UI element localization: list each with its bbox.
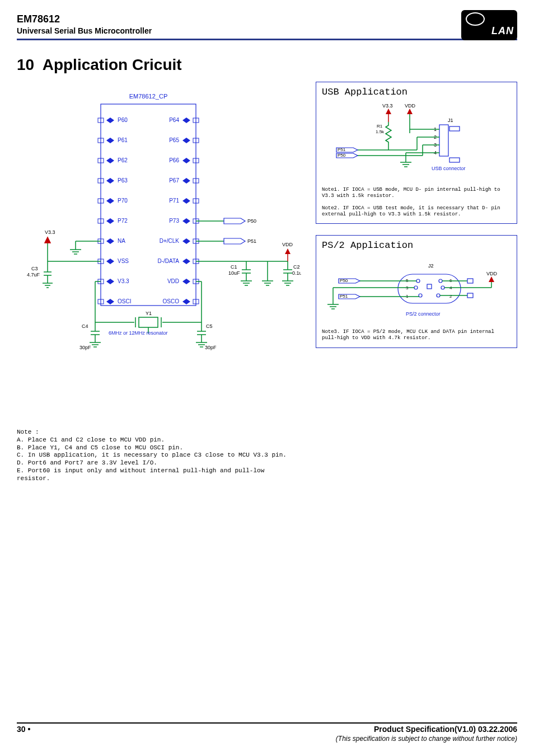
header-rule [17,39,517,40]
note-d: D. Port6 and Port7 are 3.3V level I/O. [17,459,301,467]
mcu-left-pin-label: P61 [118,137,128,143]
svg-text:0.1uF: 0.1uF [292,270,301,276]
gnd-icon [70,241,81,254]
svg-marker-10 [106,158,114,163]
svg-marker-83 [224,218,245,224]
mcu-left-pin-label: V3.3 [118,278,129,284]
svg-marker-38 [106,299,114,304]
doc-subtitle: Universal Serial Bus Microcontroller [17,26,517,35]
svg-marker-40 [182,299,190,304]
section-heading: 10 Application Cricuit [17,56,517,74]
note-e: E. Port60 is input only and without inte… [17,467,301,483]
bullet-icon [26,725,33,734]
mcu-left-pin-label: P62 [118,157,128,163]
svg-text:USB connector: USB connector [432,166,466,171]
usb-note2: Note2. IF IOCA = USB test mode, it is ne… [322,205,511,218]
c1-cap: C1 10uF [228,261,252,285]
svg-text:30pF: 30pF [205,345,217,350]
c3-val: 4.7uF [27,272,40,278]
svg-marker-14 [106,178,114,184]
svg-point-158 [439,279,442,283]
svg-text:P51: P51 [247,238,256,244]
mcu-left-pin-label: VSS [118,258,129,264]
vcc-arrow-icon [45,237,50,243]
svg-text:VDD: VDD [486,271,498,276]
vdd-net: VDD [282,242,293,261]
mcu-label: EM78612_CP [129,93,168,100]
svg-rect-128 [439,125,448,156]
svg-rect-177 [467,279,473,283]
svg-marker-119 [386,109,391,114]
notes-heading: Note : [17,429,301,436]
offsheet-p51: P51 [336,147,358,152]
elan-logo: LAN [461,10,517,40]
spec-version: Product Specification(V1.0) 03.22.2006 [374,725,517,734]
r1-resistor: R1 1.5k [376,122,391,145]
mcu-right-pin-label: P67 [169,177,179,184]
section-number: 10 [17,56,34,73]
svg-marker-20 [182,198,190,204]
mcu-left-pin-label: NA [118,238,125,244]
y1-resonator: Y1 6MHz or 12MHz resonator [95,311,202,336]
svg-text:C2: C2 [293,264,300,270]
svg-text:10uF: 10uF [228,270,240,276]
mcu-left-pin-label: P72 [118,218,128,224]
svg-text:PS/2 connector: PS/2 connector [406,311,441,317]
svg-text:2: 2 [449,294,452,299]
ps2-application-box: PS/2 Application J2 VDD [316,235,517,348]
svg-marker-30 [106,259,114,264]
footer-rule [17,722,517,724]
usb-app-title: USB Application [322,87,511,97]
svg-marker-155 [489,276,494,282]
svg-marker-28 [182,238,190,244]
mcu-right-pin-label: P73 [169,218,179,224]
mcu-left-pin-label: P70 [118,198,128,204]
mcu-left-pin-label: P60 [118,117,128,123]
offsheet-p50: P50 [224,218,256,224]
offsheet-p50: P50 [336,153,358,158]
mcu-left-pin-label: OSCI [118,298,131,304]
svg-text:V3.3: V3.3 [382,103,393,109]
mcu-right-pin-label: P66 [169,157,179,163]
c5-cap: C5 30pF [196,322,217,350]
svg-text:P51: P51 [340,294,348,299]
mcu-right-pin-label: P65 [169,137,179,143]
page-number: 30 [17,725,26,734]
svg-text:P51: P51 [338,147,346,152]
svg-rect-134 [449,158,460,162]
svg-rect-0 [101,104,196,306]
svg-marker-16 [182,178,190,184]
svg-marker-6 [106,138,114,143]
svg-text:1.5k: 1.5k [376,129,385,134]
offsheet-p51: P51 [224,238,256,244]
svg-text:6MHz or 12MHz resonator: 6MHz or 12MHz resonator [109,330,168,336]
usb-application-box: USB Application V3.3 VDD R1 1.5k [316,82,517,224]
svg-text:R1: R1 [377,124,383,129]
svg-text:30pF: 30pF [79,345,91,350]
mcu-right-pin-label: OSCO [163,298,180,304]
svg-text:J1: J1 [448,118,453,123]
mcu-right-pin-label: D+/CLK [160,238,180,244]
svg-text:J2: J2 [428,263,434,269]
svg-marker-85 [224,238,245,244]
svg-point-157 [416,279,420,283]
mcu-right-pin-label: D-/DATA [157,258,179,264]
c4-cap: C4 30pF [79,322,101,350]
ps2-note3: Note3. IF IOCA = PS/2 mode, MCU CLK and … [322,329,511,342]
svg-marker-34 [106,279,114,284]
c3-ref: C3 [31,266,38,271]
svg-text:VDD: VDD [405,103,416,109]
section-title: Application Cricuit [43,56,182,73]
mcu-right-pin-label: P71 [169,198,179,204]
svg-point-161 [441,286,444,289]
svg-marker-8 [182,138,190,143]
svg-marker-122 [407,109,413,114]
svg-marker-12 [182,158,190,163]
mcu-schematic: EM78612_CP P60P64P61P65P62P66P63P67P70P7… [17,82,301,434]
c3-cap: C3 4.7uF [27,261,53,288]
c2-cap: C2 0.1uF [282,261,301,285]
svg-rect-159 [427,284,432,289]
v33-net-label: V3.3 [45,229,55,235]
usb-note1: Note1. IF IOCA = USB mode, MCU D- pin in… [322,187,511,200]
svg-text:Y1: Y1 [146,311,152,316]
